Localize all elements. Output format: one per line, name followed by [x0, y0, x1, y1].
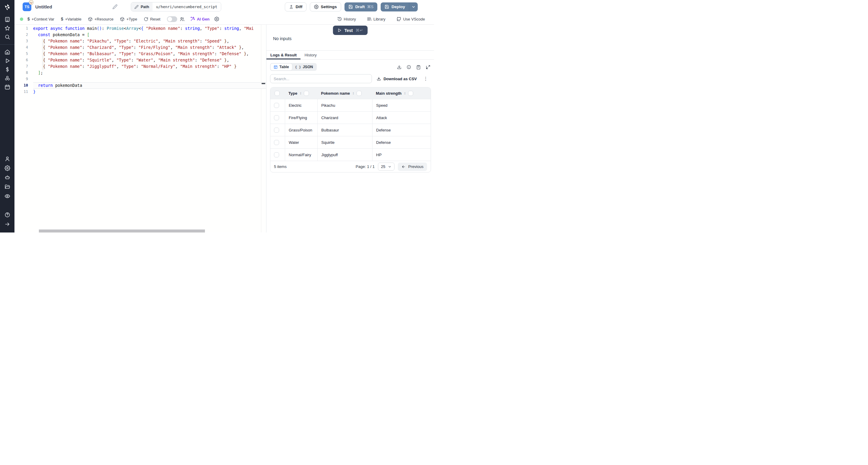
- add-type-button[interactable]: +Type: [120, 17, 137, 21]
- package-icon: [88, 17, 93, 21]
- save-icon: [384, 4, 389, 9]
- status-dot: [20, 18, 23, 21]
- table-row[interactable]: WaterSquirtleDefense: [270, 136, 431, 148]
- column-header-type: Type: [288, 91, 297, 95]
- add-variable-button[interactable]: $+Variable: [61, 17, 82, 21]
- deploy-dropdown-button[interactable]: [409, 2, 418, 11]
- code-line[interactable]: 8 ];: [14, 70, 266, 76]
- view-table-button[interactable]: Table: [271, 64, 292, 70]
- history-button[interactable]: History: [337, 17, 356, 21]
- page-indicator: Page: 1 / 1: [355, 164, 375, 169]
- code-line[interactable]: 1export async function main(): Promise<A…: [14, 25, 266, 32]
- audit-eye-icon[interactable]: [0, 192, 14, 201]
- edit-pencil-icon[interactable]: [113, 4, 118, 9]
- add-resource-button[interactable]: +Resource: [88, 17, 113, 21]
- script-emoji-icon: [29, 0, 33, 5]
- copy-clipboard-icon[interactable]: [416, 65, 421, 69]
- test-shortcut: ⌘↵: [355, 28, 363, 33]
- settings-gear-icon[interactable]: [0, 164, 14, 173]
- sort-icon[interactable]: ↕: [300, 91, 301, 95]
- table-row[interactable]: Normal/FairyJigglypuffHP: [270, 148, 431, 161]
- sort-icon[interactable]: ↕: [352, 91, 354, 95]
- settings-gear-icon: [314, 4, 318, 9]
- line-number: 2: [14, 32, 33, 38]
- ai-gen-button[interactable]: AI Gen: [190, 17, 210, 21]
- column-filter-checkbox[interactable]: [408, 91, 413, 96]
- editor-toolbar: $+Context Var $+Variable +Resource +Type…: [14, 13, 434, 25]
- search-icon[interactable]: [0, 33, 14, 41]
- path-field[interactable]: Path u/henri/unencumbered_script: [131, 2, 221, 11]
- info-icon[interactable]: [407, 65, 411, 69]
- tab-history[interactable]: History: [301, 51, 320, 59]
- row-checkbox[interactable]: [274, 152, 279, 157]
- assistant-toggle[interactable]: [167, 16, 177, 22]
- row-checkbox[interactable]: [274, 103, 279, 108]
- reset-button[interactable]: Reset: [144, 17, 160, 21]
- row-checkbox[interactable]: [274, 115, 279, 120]
- resources-boxes-icon[interactable]: [0, 74, 14, 83]
- deploy-button[interactable]: Deploy: [381, 2, 409, 11]
- code-line[interactable]: 6 { "Pokemon name": "Squirtle", "Type": …: [14, 57, 266, 63]
- editor-settings-gear-icon[interactable]: [214, 17, 219, 21]
- help-icon[interactable]: [0, 210, 14, 220]
- column-filter-checkbox[interactable]: [356, 91, 362, 96]
- table-cell: Normal/Fairy: [285, 149, 317, 161]
- code-line[interactable]: 2 const pokemonData = [: [14, 32, 266, 38]
- settings-button[interactable]: Settings: [310, 2, 341, 11]
- home-icon[interactable]: [0, 48, 14, 56]
- code-line[interactable]: 10 return pokemonData: [14, 82, 266, 89]
- path-value[interactable]: u/henri/unencumbered_script: [153, 2, 221, 11]
- tab-logs-result[interactable]: Logs & Result: [267, 51, 301, 59]
- favorites-star-icon[interactable]: [0, 24, 14, 33]
- page-size-select[interactable]: 25: [378, 163, 395, 171]
- expand-fullscreen-icon[interactable]: [426, 65, 430, 69]
- code-line[interactable]: 9: [14, 76, 266, 82]
- diff-button[interactable]: Diff: [285, 2, 307, 11]
- search-input[interactable]: [270, 74, 372, 83]
- view-json-button[interactable]: { } JSON: [292, 64, 316, 70]
- table-header: Type ↕ Pokemon name ↕ Main strength ↕: [270, 87, 431, 99]
- test-button[interactable]: Test ⌘↵: [333, 26, 368, 35]
- play-icon: [337, 28, 342, 33]
- select-all-checkbox[interactable]: [275, 91, 280, 96]
- code-line[interactable]: 3 { "Pokemon name": "Pikachu", "Type": "…: [14, 38, 266, 44]
- code-line[interactable]: 4 { "Pokemon name": "Charizard", "Type":…: [14, 44, 266, 51]
- add-context-var-button[interactable]: $+Context Var: [27, 17, 54, 21]
- runs-play-icon[interactable]: [0, 56, 14, 65]
- library-button[interactable]: Library: [367, 17, 385, 21]
- no-inputs-label: No inputs: [273, 36, 291, 41]
- table-row[interactable]: Grass/PoisonBulbasaurDefense: [270, 124, 431, 136]
- table-row[interactable]: ElectricPikachuSpeed: [270, 99, 431, 111]
- variables-dollar-icon[interactable]: [0, 65, 14, 74]
- sort-icon[interactable]: ↕: [404, 91, 406, 95]
- table-row[interactable]: Fire/FlyingCharizardAttack: [270, 111, 431, 124]
- row-checkbox[interactable]: [274, 127, 279, 133]
- table-body: ElectricPikachuSpeedFire/FlyingCharizard…: [270, 99, 431, 161]
- code-line[interactable]: 11}: [14, 89, 266, 95]
- column-filter-checkbox[interactable]: [304, 91, 309, 96]
- code-line[interactable]: 5 { "Pokemon name": "Bulbasaur", "Type":…: [14, 51, 266, 57]
- workspace-building-icon[interactable]: [0, 15, 14, 24]
- row-checkbox[interactable]: [274, 140, 279, 145]
- table-footer: 5 items Page: 1 / 1 25 Previous: [270, 161, 431, 172]
- code-line[interactable]: 7 { "Pokemon name": "Jigglypuff", "Type"…: [14, 63, 266, 70]
- draft-button[interactable]: Draft ⌘S: [344, 2, 377, 11]
- download-csv-button[interactable]: Download as CSV: [377, 77, 417, 81]
- line-number: 5: [14, 51, 33, 57]
- use-vscode-button[interactable]: Use VScode: [396, 17, 425, 22]
- table-cell: Grass/Poison: [285, 124, 317, 136]
- editor-horizontal-scrollbar[interactable]: [39, 230, 205, 233]
- multiplayer-users-icon[interactable]: [180, 17, 185, 22]
- previous-page-button[interactable]: Previous: [398, 163, 427, 171]
- more-options-icon[interactable]: ⋮: [424, 76, 428, 81]
- folders-icon[interactable]: [0, 182, 14, 192]
- user-icon[interactable]: [0, 154, 14, 164]
- windmill-logo-icon[interactable]: [3, 3, 11, 11]
- table-cell: Bulbasaur: [317, 124, 372, 136]
- code-editor[interactable]: 1export async function main(): Promise<A…: [14, 25, 266, 233]
- workers-robot-icon[interactable]: [0, 173, 14, 182]
- table-grid-icon: [274, 65, 278, 69]
- expand-sidebar-arrow-icon[interactable]: [0, 220, 14, 229]
- schedules-calendar-icon[interactable]: [0, 83, 14, 91]
- download-result-icon[interactable]: [397, 65, 401, 69]
